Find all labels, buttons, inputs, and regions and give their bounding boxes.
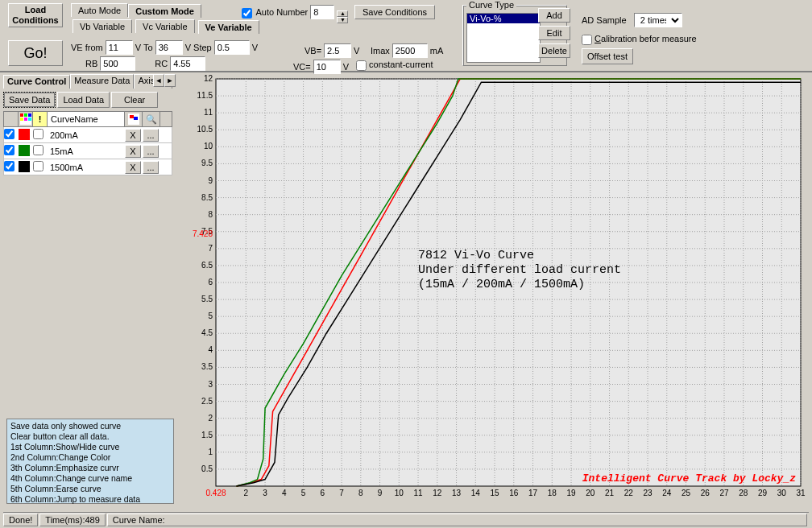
status-time: Time(ms):489 [39, 514, 105, 526]
svg-text:6: 6 [208, 278, 213, 287]
clear-button[interactable]: Clear [111, 92, 158, 108]
svg-text:9.5: 9.5 [201, 159, 213, 167]
calibration-checkbox[interactable] [582, 35, 592, 45]
help-text: Save data only showed curve Clear button… [6, 419, 174, 504]
curve-name-cell[interactable]: 15mA [48, 146, 125, 156]
curve-jump-button[interactable]: ... [143, 145, 159, 158]
curve-erase-button[interactable]: X [125, 129, 141, 142]
left-panel-tabs: Curve Control Measure Data Axis Co [3, 74, 176, 89]
curve-name-cell[interactable]: 200mA [48, 130, 125, 140]
auto-number-spinner[interactable]: ▲▼ [337, 10, 348, 23]
svg-text:23: 23 [643, 489, 652, 497]
edit-button[interactable]: Edit [538, 26, 570, 40]
save-data-button[interactable]: Save Data [3, 92, 56, 108]
svg-rect-3 [28, 113, 31, 117]
tab-scroll-right-icon[interactable]: ► [164, 74, 176, 87]
color-swatch[interactable] [19, 145, 30, 156]
svg-text:3.5: 3.5 [201, 362, 213, 371]
curve-jump-button[interactable]: ... [143, 161, 159, 174]
spin-down-icon[interactable]: ▼ [337, 17, 348, 23]
svg-text:26: 26 [701, 489, 710, 497]
svg-text:7: 7 [208, 244, 213, 253]
flag-icon [128, 113, 139, 125]
vc-label: VC= [293, 62, 311, 72]
go-button[interactable]: Go! [8, 40, 63, 66]
save-conditions-button[interactable]: Save Conditions [354, 5, 435, 19]
curve-visible-checkbox[interactable] [4, 145, 14, 155]
col-jump-header: 🔍 [143, 112, 160, 126]
tab-vb-variable[interactable]: Vb Variable [72, 19, 132, 33]
tab-vc-variable[interactable]: Vc Variable [135, 19, 194, 33]
variable-tabs: Vb Variable Vc Variable Ve Variable [72, 19, 259, 33]
ad-sample-select[interactable]: 2 times [634, 13, 682, 27]
constant-current-checkbox[interactable] [356, 60, 367, 71]
rb-input[interactable] [100, 56, 135, 71]
mode-tabs: Auto Mode Custom Mode [71, 3, 201, 17]
color-swatch[interactable] [19, 161, 30, 172]
load-data-button[interactable]: Load Data [57, 92, 110, 108]
col-color-header [19, 112, 33, 126]
svg-rect-8 [130, 115, 134, 118]
imax-input[interactable] [392, 43, 428, 58]
curve-emphasize-checkbox[interactable] [33, 145, 44, 155]
curve-erase-button[interactable]: X [125, 161, 141, 174]
svg-text:24: 24 [662, 489, 672, 497]
svg-text:18: 18 [548, 489, 557, 497]
offset-test-button[interactable]: Offset test [582, 48, 633, 64]
curve-erase-button[interactable]: X [125, 145, 141, 158]
vb-input[interactable] [324, 43, 351, 58]
spin-up-icon[interactable]: ▲ [337, 10, 348, 17]
status-done: Done! [3, 514, 38, 526]
svg-text:15: 15 [490, 489, 499, 497]
curve-row: 1500mAX... [3, 159, 172, 175]
svg-text:11: 11 [413, 489, 423, 497]
tab-custom-mode[interactable]: Custom Mode [128, 4, 201, 18]
ve-from-input[interactable] [106, 40, 133, 55]
col-show-hide [4, 112, 19, 126]
auto-number-input[interactable] [310, 5, 334, 19]
svg-text:1: 1 [208, 448, 213, 456]
load-conditions-button[interactable]: Load Conditions [8, 3, 63, 27]
ve-to-input[interactable] [155, 40, 183, 55]
tab-auto-mode[interactable]: Auto Mode [71, 3, 128, 17]
svg-text:7: 7 [339, 489, 344, 497]
svg-rect-9 [134, 117, 138, 120]
curve-name-cell[interactable]: 1500mA [48, 163, 125, 172]
svg-text:4.5: 4.5 [201, 328, 213, 337]
svg-text:2.5: 2.5 [201, 397, 213, 406]
svg-text:0.428: 0.428 [205, 489, 226, 497]
tab-scroll-left-icon[interactable]: ◄ [153, 74, 164, 87]
svg-text:12: 12 [204, 74, 213, 83]
color-swatch[interactable] [19, 129, 30, 140]
tab-measure-data[interactable]: Measure Data [70, 74, 134, 89]
svg-text:5: 5 [208, 311, 213, 320]
palette-icon [20, 113, 31, 125]
ad-sample-label: AD Sample [582, 15, 627, 25]
svg-text:9: 9 [208, 176, 213, 185]
svg-text:17: 17 [528, 489, 538, 497]
col-curvename-header: CurveName [48, 112, 125, 126]
curve-visible-checkbox[interactable] [4, 161, 14, 171]
curve-visible-checkbox[interactable] [4, 129, 14, 139]
vc-input[interactable] [313, 60, 341, 74]
curve-type-list[interactable]: Vi-Vo-% [466, 13, 541, 63]
rb-label: RB [85, 59, 97, 68]
rc-input[interactable] [170, 56, 205, 71]
curve-type-item-selected[interactable]: Vi-Vo-% [467, 14, 540, 23]
auto-number-group: Auto Number ▲▼ [242, 5, 348, 23]
delete-button[interactable]: Delete [538, 43, 570, 58]
add-button[interactable]: Add [538, 8, 570, 23]
status-curve-name: Curve Name: [107, 514, 807, 526]
svg-text:19: 19 [566, 489, 576, 497]
svg-text:Under different load current: Under different load current [418, 263, 621, 277]
svg-text:3: 3 [208, 380, 213, 389]
curve-emphasize-checkbox[interactable] [33, 161, 44, 171]
step-input[interactable] [214, 40, 250, 55]
tab-curve-control[interactable]: Curve Control [3, 75, 70, 89]
svg-text:11: 11 [204, 108, 213, 117]
curve-jump-button[interactable]: ... [143, 129, 159, 142]
svg-text:13: 13 [452, 489, 462, 497]
auto-number-checkbox[interactable] [242, 8, 252, 19]
svg-text:11.5: 11.5 [197, 91, 213, 100]
curve-emphasize-checkbox[interactable] [33, 129, 44, 139]
